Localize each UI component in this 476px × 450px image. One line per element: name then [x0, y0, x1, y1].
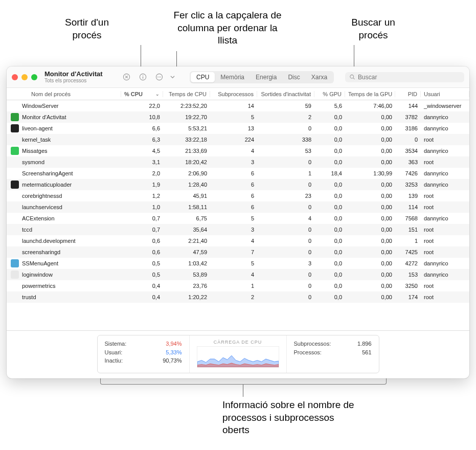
process-name: WindowServer: [22, 103, 59, 109]
tab-cpu[interactable]: CPU: [191, 72, 215, 82]
tab-energia[interactable]: Energia: [250, 72, 282, 82]
cell-threads: 14: [210, 103, 257, 109]
cell-threads: 2: [210, 294, 257, 300]
table-row[interactable]: loginwindow0,553,89400,00,00153dannyrico: [7, 269, 469, 280]
column-header-threads[interactable]: Subprocessos: [210, 91, 257, 97]
more-button[interactable]: [153, 72, 165, 83]
cell-pid: 3782: [395, 114, 421, 120]
stat-row: Usuari:5,33%: [105, 348, 182, 357]
process-name: ScreensharingAgent: [22, 170, 73, 176]
table-row[interactable]: tccd0,735,64300,00,00151root: [7, 224, 469, 235]
column-header-gpu[interactable]: % GPU: [314, 91, 345, 97]
cell-pid: 3250: [395, 283, 421, 289]
cell-cpu: 2,0: [121, 170, 163, 176]
window: Monitor d'Activitat Tots els processos C…: [7, 66, 469, 378]
cell-idlewake: 0: [257, 227, 314, 233]
window-title: Monitor d'Activitat: [44, 71, 111, 78]
process-name: kernel_task: [22, 137, 51, 143]
svg-rect-3: [142, 77, 143, 79]
column-header-gputime[interactable]: Temps de la GPU: [345, 91, 395, 97]
quit-process-button[interactable]: [120, 72, 132, 83]
table-row[interactable]: liveon-agent6,65:53,211300,00,003186dann…: [7, 123, 469, 134]
cell-gpu: 0,0: [314, 148, 345, 154]
table-row[interactable]: corebrightnessd1,245,916230,00,00139root: [7, 190, 469, 201]
cell-idlewake: 3: [257, 260, 314, 266]
table-row[interactable]: sysmond3,118:20,42300,00,00363root: [7, 156, 469, 168]
count-value: 1.896: [357, 340, 372, 348]
column-header-idlewake[interactable]: Sortides d'inactivitat: [257, 91, 314, 97]
cell-pid: 114: [395, 204, 421, 210]
callout-search: Buscar un procés: [337, 16, 409, 41]
table-row[interactable]: Missatges4,521:33,694530,00,003534dannyr…: [7, 145, 469, 156]
search-input[interactable]: [358, 74, 460, 81]
cell-user: dannyrico: [421, 215, 469, 221]
column-header-user[interactable]: Usuari: [421, 91, 469, 97]
zoom-button[interactable]: [31, 74, 37, 80]
tab-memòria[interactable]: Memòria: [215, 72, 250, 82]
table-row[interactable]: ScreensharingAgent2,02:06,906118,41:30,9…: [7, 168, 469, 179]
cell-threads: 4: [210, 148, 257, 154]
cell-threads: 1: [210, 283, 257, 289]
table-row[interactable]: metermaticuploader1,91:28,40600,00,00325…: [7, 179, 469, 190]
cell-pid: 153: [395, 272, 421, 278]
cell-cputime: 2:23:52,20: [163, 103, 210, 109]
cell-gpu: 18,4: [314, 170, 345, 176]
cell-cputime: 23,76: [163, 283, 210, 289]
tab-disc[interactable]: Disc: [282, 72, 305, 82]
table-row[interactable]: WindowServer22,02:23:52,2014595,67:46,00…: [7, 100, 469, 111]
window-title-group: Monitor d'Activitat Tots els processos: [44, 71, 111, 83]
cell-idlewake: 0: [257, 249, 314, 255]
table-row[interactable]: ACExtension0,76,75540,00,007568dannyrico: [7, 213, 469, 224]
svg-point-8: [350, 75, 354, 78]
column-header-pid[interactable]: PID: [395, 91, 421, 97]
process-name: SSMenuAgent: [22, 260, 58, 266]
column-header-cputime[interactable]: Temps de CPU: [163, 91, 210, 97]
tabs: CPUMemòriaEnergiaDiscXarxa: [190, 71, 334, 83]
column-header-name[interactable]: Nom del procés: [7, 91, 121, 97]
cell-gpu: 5,6: [314, 103, 345, 109]
process-name: corebrightnessd: [22, 193, 62, 199]
cell-gputime: 0,00: [345, 137, 395, 143]
info-button[interactable]: [137, 72, 149, 83]
cpu-chart: [197, 346, 279, 368]
tab-xarxa[interactable]: Xarxa: [306, 72, 333, 82]
cell-threads: 4: [210, 238, 257, 244]
table-row[interactable]: screensharingd0,647,59700,00,007425root: [7, 246, 469, 258]
process-name: metermaticuploader: [22, 182, 72, 188]
table-row[interactable]: powermetrics0,423,76100,00,003250root: [7, 280, 469, 291]
cell-pid: 151: [395, 227, 421, 233]
cell-user: root: [421, 204, 469, 210]
cell-cputime: 1:28,40: [163, 182, 210, 188]
cell-cpu: 3,1: [121, 159, 163, 165]
search-field[interactable]: [345, 72, 464, 82]
column-header-cpu[interactable]: % CPU⌄: [121, 91, 163, 97]
minimize-button[interactable]: [21, 74, 28, 80]
process-name: ACExtension: [22, 215, 55, 221]
table-row[interactable]: trustd0,41:20,22200,00,00174root: [7, 291, 469, 303]
cell-pid: 144: [395, 103, 421, 109]
dropdown-chevron-icon[interactable]: [169, 72, 175, 83]
table-row[interactable]: launchd.development0,62:21,40400,00,001r…: [7, 235, 469, 246]
close-button[interactable]: [12, 74, 18, 80]
process-icon: [11, 282, 19, 290]
table-row[interactable]: launchservicesd1,01:58,11600,00,00114roo…: [7, 201, 469, 213]
table-row[interactable]: Monitor d'Activitat10,819:22,70520,00,00…: [7, 111, 469, 123]
stat-row: Sistema:3,94%: [105, 340, 182, 348]
stat-label: Usuari:: [105, 348, 123, 357]
svg-point-5: [157, 77, 158, 78]
stat-row: Inactiu:90,73%: [105, 356, 182, 365]
cell-user: dannyrico: [421, 170, 469, 176]
cell-gputime: 0,00: [345, 272, 395, 278]
process-name: trustd: [22, 294, 36, 300]
cell-gpu: 0,0: [314, 159, 345, 165]
cell-idlewake: 2: [257, 114, 314, 120]
process-name: screensharingd: [22, 249, 60, 255]
process-icon: [11, 158, 19, 166]
process-name: Missatges: [22, 148, 48, 154]
table-row[interactable]: SSMenuAgent0,51:03,42530,00,004272dannyr…: [7, 258, 469, 269]
bracket: [100, 378, 387, 385]
process-icon: [11, 102, 19, 110]
table-row[interactable]: kernel_task6,333:22,182243380,00,000root: [7, 134, 469, 145]
cell-user: root: [421, 249, 469, 255]
cell-threads: 5: [210, 215, 257, 221]
